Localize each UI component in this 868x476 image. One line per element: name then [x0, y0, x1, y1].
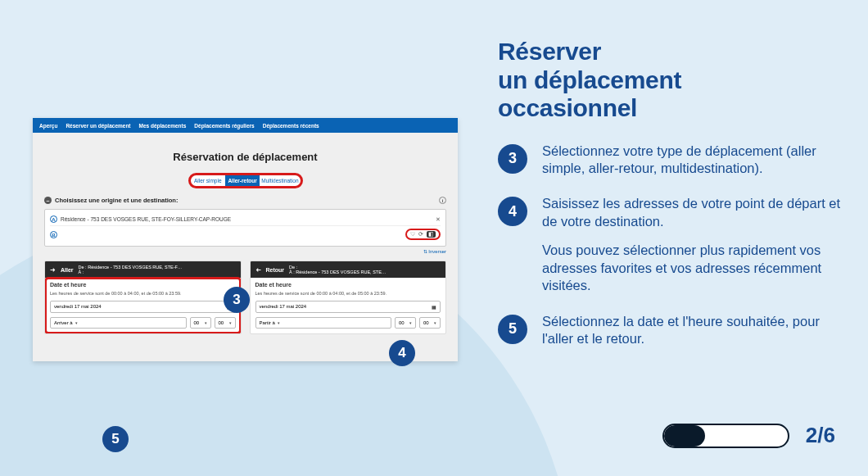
origin-address: Résidence - 753 DES VOSGES RUE, STE-FOY-…: [61, 216, 231, 222]
destination-badge: B: [50, 231, 57, 238]
origin-label: Choisissez une origine et une destinatio…: [55, 197, 178, 204]
trip-type-multi[interactable]: Multidestination: [260, 175, 300, 186]
minus-icon[interactable]: –: [44, 197, 52, 204]
chevron-down-icon: ▾: [75, 320, 78, 325]
step-4-extra: Vous pouvez sélectionner plus rapidement…: [542, 242, 842, 294]
leg-aller-header: ➜ Aller De : Résidence - 753 DES VOSGES …: [45, 261, 241, 278]
retour-mode-value: Partir à: [260, 320, 275, 325]
aller-date-value: vendredi 17 mai 2024: [54, 304, 102, 309]
step-3: 3 Sélectionnez votre type de déplacement…: [498, 143, 842, 178]
calendar-icon[interactable]: ▦: [432, 304, 436, 310]
step-4-badge: 4: [498, 197, 527, 226]
callout-3-onshot: 3: [224, 287, 250, 313]
heading-line3: occasionnel: [498, 94, 637, 121]
chevron-down-icon: ▾: [229, 320, 232, 325]
retour-minute-value: 00: [423, 320, 429, 325]
leg-retour-label: Retour: [266, 267, 285, 273]
retour-date-value: vendredi 17 mai 2024: [260, 304, 307, 309]
recent-icon[interactable]: ⟳: [418, 231, 423, 238]
step-4-text: Saisissez les adresses de votre point de…: [542, 196, 840, 228]
aller-hours-note: Les heures de service sont de 00:00 à 04…: [50, 291, 236, 297]
step-5-badge: 5: [498, 315, 527, 344]
origin-field[interactable]: A Résidence - 753 DES VOSGES RUE, STE-FO…: [50, 213, 441, 225]
slide-footer: 2/6: [662, 423, 835, 448]
trip-type-simple[interactable]: Aller simple: [191, 175, 225, 186]
aller-mode-value: Arriver à: [54, 320, 73, 325]
retour-hours-note: Les heures de service sont de 00:00 à 04…: [255, 291, 441, 297]
retour-mode-select[interactable]: Partir à▾: [255, 317, 392, 329]
bookmark-icon[interactable]: ◧: [427, 231, 436, 238]
step-3-text: Sélectionnez votre type de déplacement (…: [542, 143, 842, 178]
progress-pill: [662, 424, 789, 448]
nav-mes[interactable]: Mes déplacements: [139, 123, 187, 129]
retour-dateheure-label: Date et heure: [255, 282, 441, 288]
favorite-icon[interactable]: ♡: [410, 231, 415, 238]
instructions-panel: Réserver un déplacement occasionnel 3 Sé…: [498, 38, 842, 365]
retour-minute-select[interactable]: 00▾: [419, 317, 441, 329]
aller-hour-value: 00: [194, 320, 200, 325]
invert-link[interactable]: ⇅ Inverser: [44, 248, 446, 254]
trip-type-segmented[interactable]: Aller simple Aller-retour Multidestinati…: [188, 173, 303, 188]
arrow-right-icon: ➜: [50, 266, 56, 274]
aller-date-input[interactable]: vendredi 17 mai 2024 ▦: [50, 301, 236, 313]
destination-field[interactable]: B ♡ ⟳ ◧: [50, 225, 441, 243]
heading: Réserver un déplacement occasionnel: [498, 38, 842, 123]
nav-apercu[interactable]: Aperçu: [39, 123, 57, 129]
callout-5-onshot: 5: [102, 426, 129, 452]
step-3-badge: 3: [498, 144, 527, 174]
chevron-down-icon: ▾: [409, 320, 412, 325]
chevron-down-icon: ▾: [205, 320, 207, 325]
aller-a-label: À :: [79, 270, 84, 274]
trip-type-aller-retour[interactable]: Aller-retour: [225, 175, 260, 186]
clear-origin-icon[interactable]: ✕: [436, 216, 441, 223]
chevron-down-icon: ▾: [434, 320, 436, 325]
aller-mode-select[interactable]: Arriver à▾: [50, 317, 187, 329]
nav-reguliers[interactable]: Déplacements réguliers: [194, 123, 254, 129]
app-navbar: Aperçu Réserver un déplacement Mes dépla…: [33, 118, 458, 133]
aller-hour-select[interactable]: 00▾: [190, 317, 211, 329]
retour-residence: Résidence - 753 DES VOSGES RUE, STE…: [296, 270, 386, 274]
leg-retour-header: ➜ Retour De : À : Résidence - 753 DES VO…: [251, 261, 446, 278]
aller-minute-value: 00: [219, 320, 224, 325]
page-indicator: 2/6: [806, 423, 835, 448]
callout-4-onshot: 4: [389, 340, 415, 366]
nav-reserver[interactable]: Réserver un déplacement: [66, 123, 130, 129]
origin-badge: A: [50, 215, 57, 223]
aller-dateheure-label: Date et heure: [50, 282, 236, 288]
aller-minute-select[interactable]: 00▾: [215, 317, 236, 329]
leg-retour: ➜ Retour De : À : Résidence - 753 DES VO…: [250, 261, 447, 334]
aller-residence: Résidence - 753 DES VOSGES RUE, STE-F…: [88, 265, 182, 270]
info-icon[interactable]: i: [439, 197, 446, 204]
progress-fill: [664, 425, 705, 447]
leg-aller: ➜ Aller De : Résidence - 753 DES VOSGES …: [44, 261, 242, 334]
nav-recents[interactable]: Déplacements récents: [263, 123, 319, 129]
quick-address-buttons: ♡ ⟳ ◧: [405, 229, 441, 240]
address-box: A Résidence - 753 DES VOSGES RUE, STE-FO…: [44, 209, 446, 247]
heading-line1: Réserver: [498, 38, 601, 65]
step-5: 5 Sélectionnez la date et l'heure souhai…: [498, 313, 842, 348]
retour-hour-value: 00: [399, 320, 405, 325]
app-screenshot: Aperçu Réserver un déplacement Mes dépla…: [33, 118, 458, 361]
arrow-left-icon: ➜: [255, 266, 261, 274]
retour-a-label: À :: [289, 270, 295, 274]
step-4: 4 Saisissez les adresses de votre point …: [498, 195, 842, 294]
heading-line2: un déplacement: [498, 66, 681, 93]
page-title: Réservation de déplacement: [33, 151, 458, 163]
step-5-text: Sélectionnez la date et l'heure souhaité…: [542, 313, 842, 348]
chevron-down-icon: ▾: [278, 320, 280, 325]
leg-aller-label: Aller: [61, 267, 74, 273]
retour-date-input[interactable]: vendredi 17 mai 2024 ▦: [255, 301, 441, 313]
origin-destination-header: – Choisissez une origine et une destinat…: [44, 197, 446, 204]
retour-hour-select[interactable]: 00▾: [395, 317, 416, 329]
